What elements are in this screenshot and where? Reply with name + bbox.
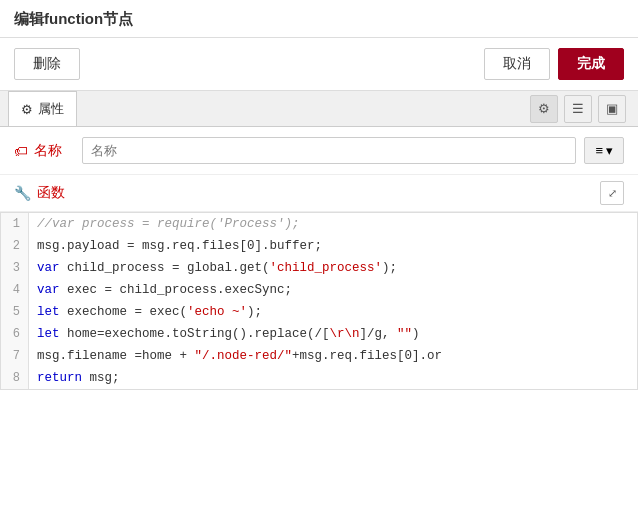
expand-button[interactable]: ⤢	[600, 181, 624, 205]
format-dropdown-icon: ▾	[606, 143, 613, 158]
line-content-7: msg.filename =home + "/.node-red/"+msg.r…	[29, 345, 442, 367]
code-line-5: 5 let exechome = exec('echo ~');	[1, 301, 637, 323]
line-num-6: 6	[1, 323, 29, 345]
line-num-5: 5	[1, 301, 29, 323]
code-editor[interactable]: 1 //var process = require('Process'); 2 …	[0, 212, 638, 390]
tab-properties-label: 属性	[38, 100, 64, 118]
tabs-row: ⚙ 属性 ⚙ ☰ ▣	[0, 91, 638, 127]
line-content-3: var child_process = global.get('child_pr…	[29, 257, 397, 279]
code-line-6: 6 let home=exechome.toString().replace(/…	[1, 323, 637, 345]
line-num-8: 8	[1, 367, 29, 389]
name-input[interactable]	[82, 137, 576, 164]
func-label: 🔧 函数	[14, 184, 65, 202]
line-content-4: var exec = child_process.execSync;	[29, 279, 292, 301]
line-content-6: let home=exechome.toString().replace(/[\…	[29, 323, 420, 345]
cancel-button[interactable]: 取消	[484, 48, 550, 80]
line-num-2: 2	[1, 235, 29, 257]
func-section: 🔧 函数 ⤢	[0, 175, 638, 212]
layout-tab-icon[interactable]: ▣	[598, 95, 626, 123]
tag-icon: 🏷	[14, 143, 28, 159]
code-line-7: 7 msg.filename =home + "/.node-red/"+msg…	[1, 345, 637, 367]
wrench-icon: 🔧	[14, 185, 31, 201]
format-button[interactable]: ≡ ▾	[584, 137, 624, 164]
page-title: 编辑function节点	[0, 0, 638, 38]
tab-properties[interactable]: ⚙ 属性	[8, 91, 77, 126]
delete-button[interactable]: 删除	[14, 48, 80, 80]
code-line-1: 1 //var process = require('Process');	[1, 213, 637, 235]
settings-tab-icon[interactable]: ⚙	[530, 95, 558, 123]
done-button[interactable]: 完成	[558, 48, 624, 80]
doc-tab-icon[interactable]: ☰	[564, 95, 592, 123]
line-content-8: return msg;	[29, 367, 120, 389]
name-label: 🏷 名称	[14, 142, 74, 160]
gear-small-icon: ⚙	[21, 102, 33, 117]
line-num-3: 3	[1, 257, 29, 279]
code-line-8: 8 return msg;	[1, 367, 637, 389]
toolbar: 删除 取消 完成	[0, 38, 638, 91]
line-num-4: 4	[1, 279, 29, 301]
line-num-7: 7	[1, 345, 29, 367]
line-content-1: //var process = require('Process');	[29, 213, 300, 235]
code-line-3: 3 var child_process = global.get('child_…	[1, 257, 637, 279]
format-icon: ≡	[595, 143, 603, 158]
line-content-2: msg.payload = msg.req.files[0].buffer;	[29, 235, 322, 257]
code-line-4: 4 var exec = child_process.execSync;	[1, 279, 637, 301]
line-content-5: let exechome = exec('echo ~');	[29, 301, 262, 323]
code-line-2: 2 msg.payload = msg.req.files[0].buffer;	[1, 235, 637, 257]
line-num-1: 1	[1, 213, 29, 235]
name-form-row: 🏷 名称 ≡ ▾	[0, 127, 638, 175]
tab-icon-group: ⚙ ☰ ▣	[530, 95, 630, 123]
